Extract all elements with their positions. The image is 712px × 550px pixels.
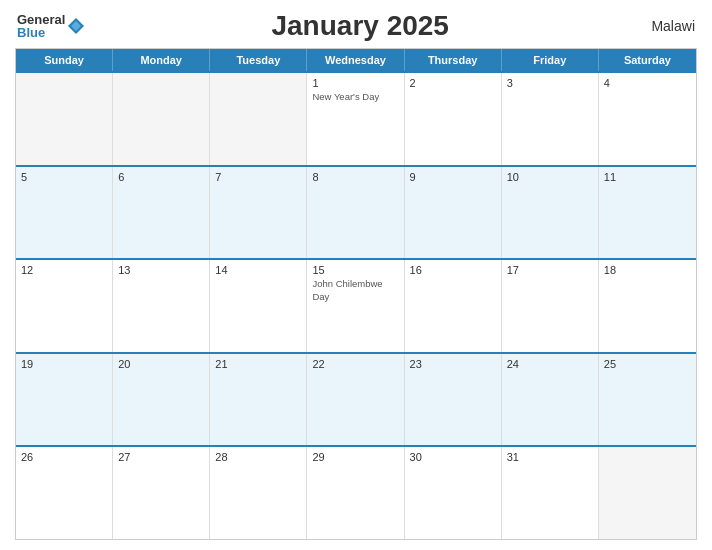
- day-number: 16: [410, 264, 496, 276]
- calendar-cell: 28: [210, 447, 307, 539]
- day-number: 7: [215, 171, 301, 183]
- calendar-cell: 18: [599, 260, 696, 352]
- calendar-cell: 29: [307, 447, 404, 539]
- day-number: 9: [410, 171, 496, 183]
- day-number: 27: [118, 451, 204, 463]
- day-number: 26: [21, 451, 107, 463]
- day-number: 4: [604, 77, 691, 89]
- calendar-cell: 31: [502, 447, 599, 539]
- day-number: 25: [604, 358, 691, 370]
- day-number: 13: [118, 264, 204, 276]
- calendar-week-3: 12131415John Chilembwe Day161718: [16, 258, 696, 352]
- day-number: 31: [507, 451, 593, 463]
- calendar-cell: 13: [113, 260, 210, 352]
- col-saturday: Saturday: [599, 49, 696, 71]
- logo-blue-text: Blue: [17, 26, 65, 39]
- day-number: 29: [312, 451, 398, 463]
- calendar-week-2: 567891011: [16, 165, 696, 259]
- day-number: 19: [21, 358, 107, 370]
- calendar-cell: 12: [16, 260, 113, 352]
- calendar-cell: 16: [405, 260, 502, 352]
- calendar-week-1: 1New Year's Day234: [16, 71, 696, 165]
- holiday-label: John Chilembwe Day: [312, 278, 398, 303]
- day-number: 11: [604, 171, 691, 183]
- day-number: 15: [312, 264, 398, 276]
- calendar-cell: 7: [210, 167, 307, 259]
- logo: General Blue: [17, 13, 85, 39]
- col-tuesday: Tuesday: [210, 49, 307, 71]
- logo-icon: [67, 17, 85, 35]
- day-number: 10: [507, 171, 593, 183]
- calendar-cell: 24: [502, 354, 599, 446]
- calendar-week-5: 262728293031: [16, 445, 696, 539]
- day-number: 3: [507, 77, 593, 89]
- col-friday: Friday: [502, 49, 599, 71]
- day-number: 20: [118, 358, 204, 370]
- calendar-cell: 2: [405, 73, 502, 165]
- calendar-cell: 27: [113, 447, 210, 539]
- day-number: 23: [410, 358, 496, 370]
- calendar-cell: [599, 447, 696, 539]
- calendar-cell: 30: [405, 447, 502, 539]
- calendar-cell: 11: [599, 167, 696, 259]
- calendar-cell: 3: [502, 73, 599, 165]
- calendar-cell: 20: [113, 354, 210, 446]
- day-number: 21: [215, 358, 301, 370]
- calendar: Sunday Monday Tuesday Wednesday Thursday…: [15, 48, 697, 540]
- calendar-cell: 26: [16, 447, 113, 539]
- country-label: Malawi: [635, 18, 695, 34]
- calendar-cell: 9: [405, 167, 502, 259]
- calendar-body: 1New Year's Day23456789101112131415John …: [16, 71, 696, 539]
- day-number: 12: [21, 264, 107, 276]
- calendar-cell: 25: [599, 354, 696, 446]
- day-number: 17: [507, 264, 593, 276]
- day-number: 28: [215, 451, 301, 463]
- calendar-cell: 15John Chilembwe Day: [307, 260, 404, 352]
- page: General Blue January 2025 Malawi Sunday …: [0, 0, 712, 550]
- col-wednesday: Wednesday: [307, 49, 404, 71]
- calendar-cell: 5: [16, 167, 113, 259]
- calendar-cell: 23: [405, 354, 502, 446]
- day-number: 18: [604, 264, 691, 276]
- calendar-cell: 19: [16, 354, 113, 446]
- calendar-cell: [210, 73, 307, 165]
- calendar-cell: 10: [502, 167, 599, 259]
- day-number: 24: [507, 358, 593, 370]
- day-number: 22: [312, 358, 398, 370]
- col-sunday: Sunday: [16, 49, 113, 71]
- day-number: 1: [312, 77, 398, 89]
- calendar-cell: [16, 73, 113, 165]
- holiday-label: New Year's Day: [312, 91, 398, 103]
- calendar-cell: 4: [599, 73, 696, 165]
- calendar-cell: [113, 73, 210, 165]
- col-monday: Monday: [113, 49, 210, 71]
- calendar-cell: 6: [113, 167, 210, 259]
- calendar-cell: 17: [502, 260, 599, 352]
- calendar-cell: 1New Year's Day: [307, 73, 404, 165]
- day-number: 8: [312, 171, 398, 183]
- day-number: 30: [410, 451, 496, 463]
- header: General Blue January 2025 Malawi: [15, 10, 697, 42]
- col-thursday: Thursday: [405, 49, 502, 71]
- calendar-title: January 2025: [85, 10, 635, 42]
- calendar-header-row: Sunday Monday Tuesday Wednesday Thursday…: [16, 49, 696, 71]
- day-number: 6: [118, 171, 204, 183]
- day-number: 5: [21, 171, 107, 183]
- calendar-cell: 22: [307, 354, 404, 446]
- day-number: 14: [215, 264, 301, 276]
- calendar-cell: 8: [307, 167, 404, 259]
- day-number: 2: [410, 77, 496, 89]
- calendar-week-4: 19202122232425: [16, 352, 696, 446]
- calendar-cell: 14: [210, 260, 307, 352]
- calendar-cell: 21: [210, 354, 307, 446]
